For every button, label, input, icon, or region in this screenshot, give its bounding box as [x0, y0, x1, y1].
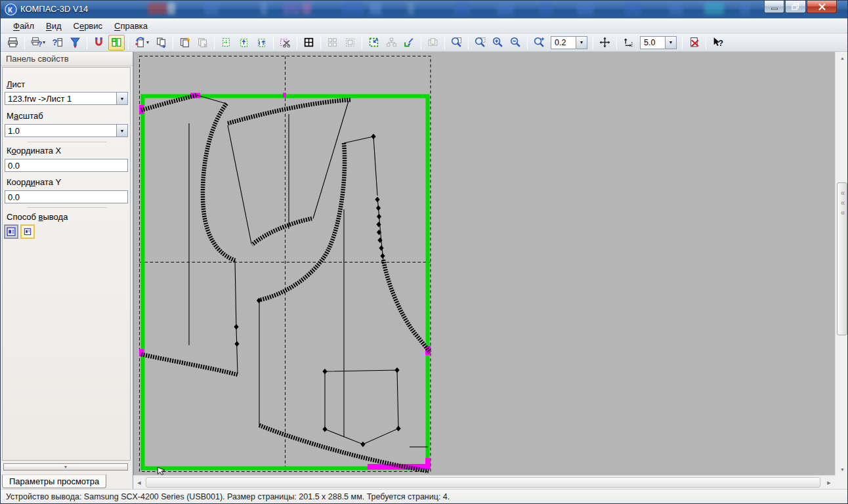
tab-view-parameters[interactable]: Параметры просмотра	[2, 474, 106, 488]
print-preview-canvas[interactable]	[133, 52, 835, 475]
chevron-down-icon[interactable]: ▼	[576, 37, 587, 49]
coord-x-label: Координата X	[7, 146, 61, 156]
panel-scroll-slider[interactable]: ▼	[3, 463, 128, 471]
page-split-lines	[140, 56, 431, 472]
output-mode-label: Способ вывода	[7, 212, 68, 222]
snap-button[interactable]	[91, 35, 107, 51]
divider	[27, 207, 107, 208]
pan-button[interactable]	[597, 35, 613, 51]
copy-delete-icon	[197, 37, 208, 48]
scroll-left-arrow-icon[interactable]: ◀	[133, 476, 145, 490]
zoom-out-button[interactable]	[507, 35, 524, 51]
restore-icon	[792, 3, 799, 10]
vertical-scroll-thumb[interactable]: «««	[837, 182, 847, 335]
what-is-this-button[interactable]: ?	[49, 35, 66, 51]
toolbar-separator	[527, 36, 528, 49]
background-artifact	[148, 3, 167, 14]
horizontal-scroll-thumb[interactable]	[146, 477, 820, 488]
menu-file[interactable]: Файл	[7, 20, 40, 32]
dropdown-caret-icon[interactable]: ▾	[43, 39, 45, 45]
horizontal-scrollbar[interactable]: ◀ ▶	[133, 475, 835, 489]
copy-add-icon	[179, 37, 190, 48]
background-artifact	[167, 3, 175, 14]
context-help-button[interactable]: ?	[710, 35, 726, 51]
zoom-plus-icon	[534, 37, 545, 48]
background-artifact	[577, 3, 594, 14]
tree-icon	[386, 37, 397, 48]
pages-overlap-icon	[427, 37, 438, 48]
close-button[interactable]	[807, 1, 837, 13]
zoom-area-button[interactable]	[472, 35, 488, 51]
background-artifact	[539, 3, 553, 14]
document-structure-button	[383, 35, 400, 51]
move-to-page-button[interactable]	[153, 35, 169, 51]
title-bar[interactable]: К КОМПАС-3D V14	[1, 1, 848, 18]
restore-button[interactable]	[785, 1, 806, 13]
zoom-scale-button[interactable]	[531, 35, 547, 51]
dropdown-caret-icon[interactable]: ▾	[146, 39, 149, 45]
filter-button[interactable]	[67, 35, 83, 51]
zoom-combo-value: 0.2	[551, 37, 576, 49]
toolbar-separator	[128, 36, 129, 49]
shift-step-button[interactable]	[620, 35, 637, 51]
toolbar-separator	[468, 36, 469, 49]
print-setup-button[interactable]: ?▾	[28, 35, 48, 51]
menu-view[interactable]: Вид	[40, 20, 68, 32]
chevron-down-icon[interactable]: ▼	[665, 37, 676, 49]
fit-to-region-button[interactable]	[366, 35, 382, 51]
printer-icon	[7, 37, 18, 48]
menu-bar: Файл Вид Сервис Справка	[1, 18, 848, 33]
sheet-combobox[interactable]: 123.frw ->Лист 1 ▼	[5, 92, 128, 105]
background-artifact	[740, 3, 750, 14]
background-artifact	[408, 3, 414, 14]
scale-combobox[interactable]: 1.0 ▼	[5, 124, 128, 137]
vertical-scrollbar[interactable]: ▲ ««« ▼	[835, 52, 848, 475]
fit-region-icon	[368, 37, 379, 48]
step-combo[interactable]: 5.0▼	[640, 36, 677, 49]
step-combo-value: 5.0	[641, 37, 665, 49]
chevron-down-icon[interactable]: ▼	[116, 125, 127, 136]
toolbar-separator	[682, 36, 683, 49]
close-preview-icon	[689, 37, 700, 48]
sheet-arrow-2-icon	[256, 37, 267, 48]
rotate-page-button[interactable]: ▾	[132, 35, 152, 51]
add-copy-button[interactable]	[177, 35, 193, 51]
zoom-combo[interactable]: 0.2▼	[551, 36, 587, 49]
cut-region-button[interactable]	[277, 35, 293, 51]
svg-text:?: ?	[719, 39, 723, 48]
background-artifact	[454, 3, 471, 14]
menu-help[interactable]: Справка	[108, 20, 154, 32]
background-artifact	[302, 3, 311, 14]
output-mode-part-button[interactable]	[20, 224, 35, 239]
select-part-button[interactable]	[108, 35, 125, 51]
pages-green-icon	[111, 37, 122, 48]
status-text: Устройство вывода: Samsung SCX-4200 Seri…	[6, 492, 450, 501]
coord-y-input[interactable]	[5, 190, 128, 203]
toolbar-separator	[706, 36, 706, 49]
sheet-arrange-top-button[interactable]	[253, 35, 270, 51]
vertex-diamond-marker	[234, 324, 238, 329]
step-icon	[623, 37, 634, 48]
minimize-button[interactable]	[764, 1, 784, 13]
scroll-right-arrow-icon[interactable]: ▶	[823, 476, 835, 490]
output-full-sheets-icon	[7, 227, 16, 236]
zoom-whole-page-button[interactable]	[448, 35, 465, 51]
output-mode-full-sheets-button[interactable]	[4, 224, 18, 239]
close-preview-button[interactable]	[686, 35, 702, 51]
scroll-up-arrow-icon[interactable]: ▲	[836, 52, 848, 64]
coord-x-input[interactable]	[5, 159, 128, 172]
svg-text:К: К	[8, 6, 12, 14]
print-button[interactable]	[5, 35, 21, 51]
chevron-down-icon[interactable]: ▼	[116, 93, 127, 104]
page-partition-button[interactable]	[301, 35, 317, 51]
minimize-icon	[771, 8, 778, 10]
scroll-down-arrow-icon[interactable]: ▼	[836, 463, 848, 475]
zoom-in-button[interactable]	[490, 35, 506, 51]
menu-service[interactable]: Сервис	[68, 20, 109, 32]
sheet-arrange-up-button[interactable]	[236, 35, 252, 51]
new-sheet-button[interactable]	[218, 35, 234, 51]
scale-label: Масштаб	[7, 111, 43, 121]
place-position-button[interactable]	[401, 35, 417, 51]
help-cursor-icon: ?	[712, 37, 723, 48]
panel-title: Панель свойств	[1, 52, 133, 66]
